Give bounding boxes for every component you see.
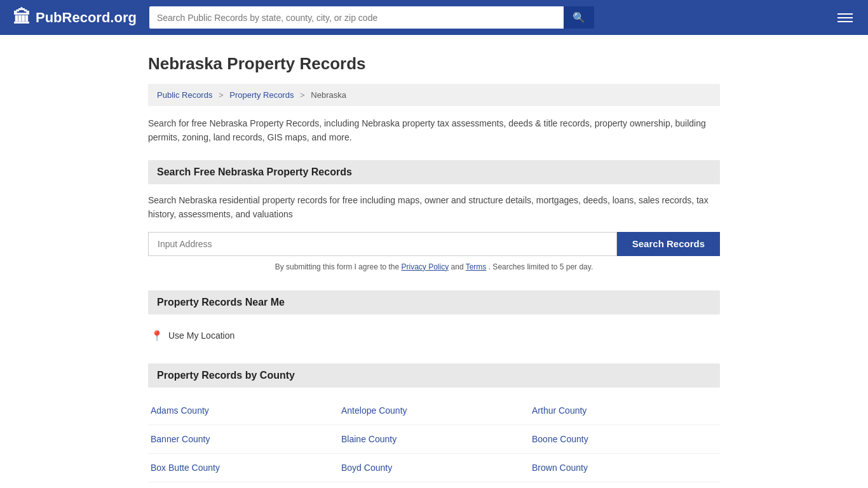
breadcrumb: Public Records > Property Records > Nebr… [148, 84, 720, 106]
hamburger-menu-button[interactable] [835, 11, 855, 25]
logo-text: PubRecord.org [36, 10, 137, 26]
county-link[interactable]: Arthur County [532, 405, 587, 416]
county-grid: Adams CountyAntelope CountyArthur County… [148, 396, 720, 488]
disclaimer-text: By submitting this form I agree to the [275, 262, 402, 271]
breadcrumb-public-records[interactable]: Public Records [157, 90, 212, 100]
county-section: Property Records by County Adams CountyA… [148, 363, 720, 488]
breadcrumb-property-records[interactable]: Property Records [229, 90, 294, 100]
list-item: Boyd County [339, 454, 529, 482]
list-item: Box Butte County [148, 454, 339, 482]
list-item: Antelope County [339, 396, 529, 425]
list-item: Blaine County [339, 425, 529, 454]
header-search-bar: 🔍 [149, 6, 594, 29]
search-records-button[interactable]: Search Records [617, 232, 720, 256]
hamburger-line-3 [837, 21, 853, 22]
county-section-header: Property Records by County [148, 363, 720, 388]
county-link[interactable]: Antelope County [341, 405, 407, 416]
address-input[interactable] [148, 232, 617, 256]
logo-icon: 🏛 [13, 7, 31, 28]
terms-link[interactable]: Terms [466, 262, 487, 271]
header-search-button[interactable]: 🔍 [564, 6, 594, 29]
page-description: Search for free Nebraska Property Record… [148, 116, 720, 145]
list-item: Boone County [529, 425, 720, 454]
list-item: Buffalo County [148, 482, 339, 488]
hamburger-line-2 [837, 17, 853, 18]
county-link[interactable]: Blaine County [341, 434, 397, 444]
form-disclaimer: By submitting this form I agree to the P… [148, 262, 720, 271]
logo-area[interactable]: 🏛 PubRecord.org [13, 7, 137, 28]
search-section: Search Free Nebraska Property Records Se… [148, 160, 720, 271]
page-title: Nebraska Property Records [148, 54, 720, 74]
county-link[interactable]: Box Butte County [151, 463, 220, 473]
address-search-form: Search Records [148, 232, 720, 256]
county-link[interactable]: Banner County [151, 434, 210, 444]
disclaimer-end: . Searches limited to 5 per day. [489, 262, 593, 271]
search-icon: 🔍 [573, 12, 585, 23]
near-me-section-header: Property Records Near Me [148, 290, 720, 315]
search-section-header: Search Free Nebraska Property Records [148, 160, 720, 184]
location-pin-icon: 📍 [151, 330, 163, 342]
list-item: Adams County [148, 396, 339, 425]
list-item: Brown County [529, 454, 720, 482]
list-item: Arthur County [529, 396, 720, 425]
hamburger-line-1 [837, 13, 853, 15]
use-location-label: Use My Location [168, 330, 234, 341]
list-item: Banner County [148, 425, 339, 454]
use-my-location-button[interactable]: 📍 Use My Location [148, 323, 720, 348]
and-text: and [451, 262, 466, 271]
list-item: Burt County [339, 482, 529, 488]
county-link[interactable]: Boone County [532, 434, 588, 444]
privacy-policy-link[interactable]: Privacy Policy [402, 262, 449, 271]
search-description: Search Nebraska residential property rec… [148, 193, 720, 222]
county-link[interactable]: Adams County [151, 405, 209, 416]
header-search-input[interactable] [149, 6, 564, 29]
breadcrumb-nebraska: Nebraska [311, 90, 346, 100]
near-me-section: Property Records Near Me 📍 Use My Locati… [148, 290, 720, 348]
county-link[interactable]: Boyd County [341, 463, 392, 473]
county-link[interactable]: Brown County [532, 463, 588, 473]
list-item: Butler County [529, 482, 720, 488]
